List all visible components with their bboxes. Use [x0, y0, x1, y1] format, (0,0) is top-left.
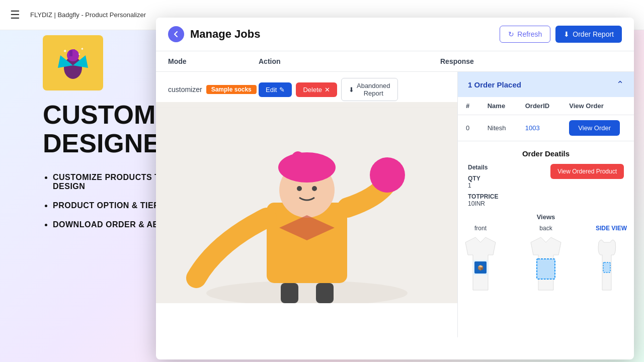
- modal-actions: ↻ Refresh ⬇ Order Report: [500, 26, 622, 43]
- order-details-title: Order Deatils: [468, 149, 624, 158]
- svg-point-29: [312, 186, 317, 191]
- svg-text:📦: 📦: [477, 264, 484, 271]
- order-placed-header[interactable]: 1 Order Placed ⌃: [458, 72, 634, 97]
- qty-label: QTY: [468, 175, 498, 182]
- views-grid: front 📦 back: [468, 225, 624, 295]
- download-small-icon: ⬇: [349, 86, 354, 94]
- delete-button[interactable]: Delete ✕: [296, 82, 337, 97]
- mode-value: customizer: [168, 85, 202, 94]
- chevron-up-icon: ⌃: [616, 79, 624, 90]
- action-cell: Edit ✎ Delete ✕ ⬇ Abandoned Report: [259, 78, 398, 101]
- order-placed-text: 1 Order Placed: [468, 80, 521, 89]
- abandoned-report-button[interactable]: ⬇ Abandoned Report: [341, 78, 398, 101]
- order-table: # Name OrderID View Order 0 Nitesh 1003 …: [458, 97, 634, 141]
- views-title: Views: [468, 213, 624, 221]
- edit-button[interactable]: Edit ✎: [259, 82, 292, 97]
- back-view: back: [521, 225, 571, 295]
- side-label: SIDE VIEW: [596, 225, 627, 232]
- svg-text:✦: ✦: [63, 48, 67, 54]
- hamburger-icon[interactable]: ☰: [10, 9, 20, 22]
- modal-title-area: Manage Jobs: [168, 26, 260, 42]
- svg-point-28: [297, 186, 302, 191]
- order-num: 0: [458, 115, 479, 141]
- response-panel: 1 Order Placed ⌃ # Name OrderID View Ord…: [458, 72, 634, 337]
- site-title: FLYDIZ | Badgfly - Product Personalizer: [30, 11, 146, 19]
- order-report-button[interactable]: ⬇ Order Report: [555, 26, 622, 43]
- manage-jobs-modal: Manage Jobs ↻ Refresh ⬇ Order Report Mod…: [156, 18, 634, 359]
- sample-tag: Sample socks: [206, 85, 257, 94]
- refresh-icon: ↻: [508, 30, 514, 38]
- col-response: Response: [440, 57, 622, 65]
- col-mode: Mode: [168, 57, 259, 65]
- modal-header: Manage Jobs ↻ Refresh ⬇ Order Report: [156, 18, 634, 51]
- svg-rect-5: [72, 49, 75, 54]
- order-row: 0 Nitesh 1003 View Order: [458, 115, 634, 141]
- col-action: Action: [259, 57, 440, 65]
- col-hash: #: [458, 97, 479, 115]
- side-view: SIDE VIEW: [586, 225, 634, 295]
- svg-rect-39: [603, 262, 610, 273]
- back-label: back: [539, 225, 552, 232]
- back-button[interactable]: [168, 26, 184, 42]
- svg-text:✦: ✦: [80, 47, 84, 51]
- svg-rect-4: [69, 50, 72, 56]
- qty-value: 1: [468, 182, 498, 189]
- svg-rect-38: [537, 259, 555, 279]
- svg-point-26: [278, 152, 336, 183]
- svg-point-24: [370, 157, 405, 193]
- order-details-section: Order Deatils Details QTY 1 TOTPRICE 10I…: [458, 141, 634, 303]
- svg-point-27: [290, 151, 306, 175]
- col-name: Name: [479, 97, 517, 115]
- order-name: Nitesh: [479, 115, 517, 141]
- totprice-label: TOTPRICE: [468, 193, 498, 200]
- svg-rect-31: [281, 283, 298, 303]
- details-subtitle: Details: [468, 164, 498, 171]
- front-label: front: [474, 225, 487, 232]
- view-order-button[interactable]: View Order: [569, 120, 620, 136]
- view-ordered-product-button[interactable]: View Ordered Product: [550, 164, 624, 179]
- edit-icon: ✎: [279, 86, 285, 94]
- order-id: 1003: [517, 115, 561, 141]
- views-section: Views front 📦: [468, 213, 624, 295]
- front-view: front 📦: [458, 225, 506, 295]
- site-logo: ✦ ✦ ✦: [43, 35, 103, 90]
- delete-icon: ✕: [325, 86, 330, 94]
- table-header: Mode Action Response: [156, 51, 634, 72]
- col-orderid: OrderID: [517, 97, 561, 115]
- modal-title: Manage Jobs: [190, 28, 260, 41]
- refresh-button[interactable]: ↻ Refresh: [500, 26, 550, 43]
- totprice-value: 10INR: [468, 200, 498, 207]
- col-vieworder: View Order: [561, 97, 634, 115]
- mode-cell: customizer Sample socks: [168, 85, 259, 94]
- svg-rect-32: [316, 283, 334, 303]
- svg-text:✦: ✦: [78, 53, 80, 56]
- download-icon: ⬇: [564, 30, 570, 38]
